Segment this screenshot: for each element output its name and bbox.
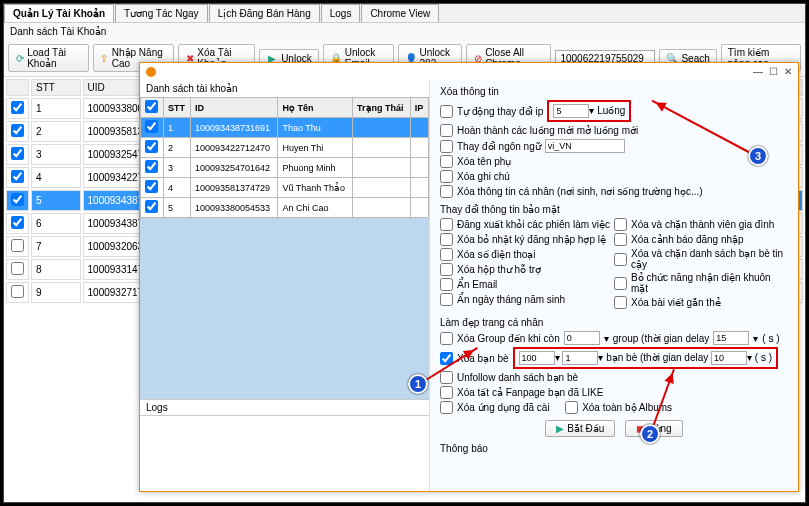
row-checkbox[interactable] <box>11 285 24 298</box>
row-checkbox[interactable] <box>11 147 24 160</box>
subtitle: Danh sách Tài Khoản <box>4 23 805 40</box>
app-window: Quản Lý Tài Khoản Tương Tác Ngay Lịch Đă… <box>3 3 806 503</box>
section-beautify: Làm đẹp trang cá nhân <box>440 317 788 328</box>
section-delete-info: Xóa thông tin <box>440 86 788 97</box>
notification-label: Thông báo <box>440 443 788 454</box>
row-checkbox[interactable] <box>145 120 158 133</box>
row-checkbox[interactable] <box>145 160 158 173</box>
block-trusted-checkbox[interactable] <box>614 253 627 266</box>
row-checkbox[interactable] <box>145 140 158 153</box>
row-checkbox[interactable] <box>11 262 24 275</box>
tab-interact[interactable]: Tương Tác Ngay <box>115 4 208 22</box>
dialog-accounts-table[interactable]: STT ID Họ Tên Trạng Thái IP 110009343873… <box>140 97 429 218</box>
del-note-checkbox[interactable] <box>440 170 453 183</box>
unfollow-checkbox[interactable] <box>440 371 453 384</box>
row-checkbox[interactable] <box>11 170 24 183</box>
dialog-left-panel: Danh sách tài khoản STT ID Họ Tên Trạng … <box>140 80 430 491</box>
dialog-left-title: Danh sách tài khoản <box>140 80 429 97</box>
table-row[interactable]: 5100093380054533An Chi Cao <box>141 198 429 218</box>
section-security: Thay đổi thông tin bảo mật <box>440 204 788 215</box>
row-checkbox[interactable] <box>145 180 158 193</box>
dialog-titlebar[interactable]: — ☐ ✕ <box>140 63 798 80</box>
block-family-checkbox[interactable] <box>614 218 627 231</box>
tab-chrome[interactable]: Chrome View <box>361 4 439 22</box>
reload-icon: ⟳ <box>15 52 24 64</box>
del-secondary-checkbox[interactable] <box>440 155 453 168</box>
friends-range-box: ▾ ▾ bạn bè (thời gian delay ▾ ( s ) <box>513 347 778 369</box>
del-fanpage-checkbox[interactable] <box>440 386 453 399</box>
del-tagged-checkbox[interactable] <box>614 296 627 309</box>
table-row[interactable]: 4100093581374729Vũ Thanh Thảo <box>141 178 429 198</box>
disable-face-checkbox[interactable] <box>614 277 627 290</box>
ip-threads-box: ▾ Luồng <box>547 100 631 122</box>
dialog-right-panel: Xóa thông tin Tự động thay đổi ip ▾ Luồn… <box>430 80 798 491</box>
del-group-checkbox[interactable] <box>440 332 453 345</box>
row-checkbox[interactable] <box>11 193 24 206</box>
lang-input[interactable] <box>545 139 625 153</box>
logout-sessions-checkbox[interactable] <box>440 218 453 231</box>
close-window-icon[interactable]: ✕ <box>784 66 792 77</box>
table-row[interactable]: 2100093422712470Huyen Thi <box>141 138 429 158</box>
logs-label: Logs <box>140 399 429 415</box>
col-check[interactable] <box>6 79 29 96</box>
friends-from-input[interactable] <box>519 351 555 365</box>
del-login-log-checkbox[interactable] <box>440 233 453 246</box>
main-tabs: Quản Lý Tài Khoản Tương Tác Ngay Lịch Đă… <box>4 4 805 23</box>
auto-change-ip-checkbox[interactable] <box>440 105 453 118</box>
row-checkbox[interactable] <box>145 200 158 213</box>
tab-logs[interactable]: Logs <box>321 4 361 22</box>
group-delay-input[interactable] <box>713 331 749 345</box>
hide-email-checkbox[interactable] <box>440 278 453 291</box>
friends-delay-input[interactable] <box>711 351 747 365</box>
row-checkbox[interactable] <box>11 124 24 137</box>
del-support-checkbox[interactable] <box>440 263 453 276</box>
col-stt[interactable]: STT <box>31 79 81 96</box>
minimize-icon[interactable]: — <box>753 66 763 77</box>
del-personal-checkbox[interactable] <box>440 185 453 198</box>
del-albums-checkbox[interactable] <box>565 401 578 414</box>
start-button[interactable]: ▶Bắt Đầu <box>545 420 615 437</box>
row-checkbox[interactable] <box>11 101 24 114</box>
tab-accounts[interactable]: Quản Lý Tài Khoản <box>4 4 114 22</box>
hide-birth-checkbox[interactable] <box>440 293 453 306</box>
play-icon: ▶ <box>556 423 564 434</box>
app-icon <box>146 67 156 77</box>
import-icon: ⇪ <box>100 52 109 64</box>
dlg-check-all[interactable] <box>145 100 158 113</box>
row-checkbox[interactable] <box>11 216 24 229</box>
tab-schedule[interactable]: Lịch Đăng Bán Hàng <box>209 4 320 22</box>
group-count-input[interactable] <box>564 331 600 345</box>
load-accounts-button[interactable]: ⟳Load Tài Khoản <box>8 44 89 72</box>
del-phone-checkbox[interactable] <box>440 248 453 261</box>
badge-2: 2 <box>640 424 660 444</box>
change-lang-checkbox[interactable] <box>440 140 453 153</box>
table-row[interactable]: 1100093438731691Thao Thu <box>141 118 429 138</box>
complete-threads-checkbox[interactable] <box>440 124 453 137</box>
logs-area <box>140 415 429 491</box>
badge-3: 3 <box>748 146 768 166</box>
del-login-alert-checkbox[interactable] <box>614 233 627 246</box>
friends-to-input[interactable] <box>562 351 598 365</box>
maximize-icon[interactable]: ☐ <box>769 66 778 77</box>
del-apps-checkbox[interactable] <box>440 401 453 414</box>
table-row[interactable]: 3100093254701642Phuong Minh <box>141 158 429 178</box>
ip-threads-input[interactable] <box>553 104 589 118</box>
row-checkbox[interactable] <box>11 239 24 252</box>
badge-1: 1 <box>408 374 428 394</box>
